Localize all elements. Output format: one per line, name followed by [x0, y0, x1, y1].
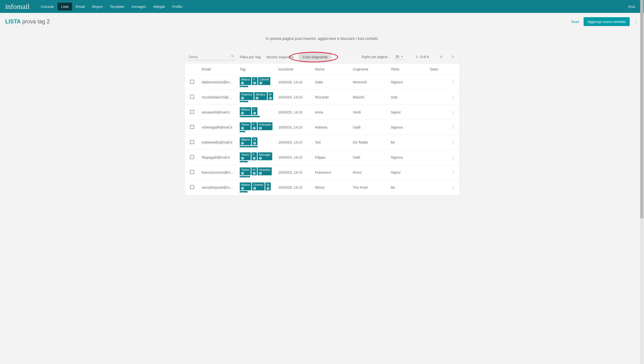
- tag-remove-icon[interactable]: ✕: [259, 157, 262, 160]
- tag-chip[interactable]: Poliziotta✕: [258, 122, 273, 130]
- row-more-icon[interactable]: ⋮: [451, 170, 455, 174]
- tag-remove-icon[interactable]: ✕: [259, 172, 262, 174]
- nav-item-console[interactable]: Console: [37, 3, 58, 10]
- row-checkbox[interactable]: [190, 170, 194, 174]
- tag-chip[interactable]: M✕: [268, 92, 273, 100]
- tag-chip[interactable]: Cliente✕: [258, 77, 270, 85]
- tag-remove-icon[interactable]: ✕: [253, 82, 256, 84]
- row-more-icon[interactable]: ⋮: [451, 110, 455, 114]
- row-checkbox[interactable]: [190, 185, 194, 189]
- tag-chip[interactable]: Con✕: [240, 86, 248, 87]
- tag-chip[interactable]: Torino✕: [240, 152, 251, 160]
- next-page-button[interactable]: [450, 54, 456, 60]
- search-icon[interactable]: [231, 54, 234, 58]
- row-more-icon[interactable]: ⋮: [451, 140, 455, 144]
- tag-chip[interactable]: Fi N✕: [240, 101, 248, 102]
- tag-remove-icon[interactable]: ✕: [253, 187, 256, 190]
- tag-chip[interactable]: Medico✕: [254, 92, 267, 100]
- tag-chip[interactable]: Clie✕: [240, 191, 248, 192]
- vertical-scrollbar[interactable]: [640, 0, 644, 195]
- search-input[interactable]: [188, 54, 235, 60]
- nav-item-template[interactable]: Template: [106, 3, 128, 10]
- tag-chip[interactable]: Milano✕: [240, 137, 252, 145]
- row-more-icon[interactable]: ⋮: [451, 186, 455, 190]
- tag-chip[interactable]: M✕: [252, 168, 257, 175]
- create-segment-button[interactable]: Crea Segmento: [299, 52, 332, 62]
- tag-chip[interactable]: Cl✕: [240, 131, 246, 132]
- tag-remove-icon[interactable]: ✕: [241, 172, 244, 174]
- tag-chip[interactable]: F✕: [252, 122, 257, 130]
- tag-remove-icon[interactable]: ✕: [253, 127, 256, 130]
- row-checkbox[interactable]: [190, 155, 194, 159]
- tag-remove-icon[interactable]: ✕: [241, 142, 244, 144]
- tag-chip[interactable]: Idraulico✕: [258, 168, 272, 175]
- cell-stato: [428, 90, 447, 105]
- tag-remove-icon[interactable]: ✕: [253, 157, 256, 160]
- tag-chip[interactable]: Palermo✕: [240, 92, 254, 100]
- tag-remove-icon[interactable]: ✕: [241, 97, 244, 99]
- nav-item-liste[interactable]: Liste: [58, 3, 72, 10]
- nav-item-allegati[interactable]: Allegati: [150, 3, 168, 10]
- col-header-cognome[interactable]: Cognome: [350, 64, 388, 75]
- tag-chip[interactable]: Torino✕: [240, 122, 251, 130]
- row-more-icon[interactable]: ⋮: [451, 95, 455, 99]
- tag-remove-icon[interactable]: ✕: [253, 142, 256, 144]
- tag-chip[interactable]: Clie✕: [240, 161, 248, 162]
- help-link[interactable]: Aiuto: [571, 20, 579, 24]
- row-checkbox[interactable]: [190, 125, 194, 129]
- tag-chip[interactable]: Torino✕: [240, 168, 251, 175]
- add-contact-button[interactable]: Aggiungi nuovo contatto: [584, 17, 630, 26]
- row-checkbox[interactable]: [190, 80, 194, 84]
- tag-remove-icon[interactable]: ✕: [260, 82, 262, 84]
- tag-remove-icon[interactable]: ✕: [241, 157, 244, 160]
- nav-item-immagini[interactable]: Immagini: [128, 3, 150, 10]
- tag-chip[interactable]: F✕: [252, 152, 257, 160]
- tag-remove-icon[interactable]: ✕: [259, 127, 262, 130]
- tag-chip[interactable]: M✕: [265, 182, 271, 190]
- row-checkbox[interactable]: [190, 95, 194, 99]
- nav-item-report[interactable]: Report: [88, 3, 106, 10]
- rows-per-page-select[interactable]: 25 ▼: [394, 54, 404, 60]
- nav-item-profilo[interactable]: Profilo: [168, 3, 186, 10]
- tag-chip[interactable]: Milano✕: [240, 77, 252, 85]
- col-header-titolo[interactable]: Titolo: [388, 64, 428, 75]
- col-header-stato[interactable]: Stato: [428, 64, 447, 75]
- tag-chip[interactable]: Commesso✕: [240, 146, 258, 147]
- prev-page-button[interactable]: [438, 54, 444, 60]
- col-header-tag[interactable]: Tag: [237, 64, 276, 75]
- table-row: teddeteddis@mail.itMilano✕M✕Commesso✕10/…: [185, 135, 460, 150]
- tag-chip[interactable]: Imprenditrice✕: [240, 116, 260, 117]
- col-header-email[interactable]: Email: [200, 64, 237, 75]
- tag-chip[interactable]: Milano✕: [240, 182, 252, 190]
- row-more-icon[interactable]: ⋮: [451, 156, 455, 160]
- col-header-nome[interactable]: Nome: [312, 64, 350, 75]
- tag-remove-icon[interactable]: ✕: [269, 97, 272, 99]
- nav-exit[interactable]: Esci: [625, 3, 639, 10]
- tag-remove-icon[interactable]: ✕: [241, 82, 244, 84]
- tag-remove-icon[interactable]: ✕: [241, 112, 244, 114]
- scrollbar-thumb[interactable]: [640, 0, 644, 195]
- row-more-icon[interactable]: ⋮: [451, 80, 455, 84]
- row-checkbox[interactable]: [190, 140, 194, 144]
- tag-chip[interactable]: F✕: [252, 77, 258, 85]
- tag-chip[interactable]: Orsetto✕: [252, 182, 264, 190]
- nav-item-email[interactable]: Email: [72, 3, 88, 10]
- tag-chip[interactable]: Manager✕: [258, 152, 272, 160]
- header-more-icon[interactable]: ⋮: [633, 19, 639, 24]
- row-more-icon[interactable]: ⋮: [451, 126, 455, 130]
- tag-remove-icon[interactable]: ✕: [253, 112, 256, 114]
- tag-chip[interactable]: M✕: [252, 137, 258, 145]
- show-segments-link[interactable]: Mostra Segmenti: [266, 54, 294, 60]
- tag-remove-icon[interactable]: ✕: [256, 97, 258, 99]
- cell-titolo: Mr.: [388, 180, 428, 195]
- tag-chip[interactable]: Milano✕: [240, 107, 252, 115]
- tag-remove-icon[interactable]: ✕: [241, 187, 244, 190]
- col-header-iscrizione[interactable]: Iscrizione: [276, 64, 312, 75]
- tag-remove-icon[interactable]: ✕: [253, 172, 256, 174]
- tag-remove-icon[interactable]: ✕: [241, 127, 244, 130]
- tag-chip[interactable]: Ga Si✕: [240, 176, 250, 178]
- row-checkbox[interactable]: [190, 110, 194, 114]
- tag-remove-icon[interactable]: ✕: [267, 187, 269, 190]
- tag-chip[interactable]: F✕: [252, 107, 258, 115]
- filter-by-tag-link[interactable]: Filtra per Tag: [240, 54, 261, 60]
